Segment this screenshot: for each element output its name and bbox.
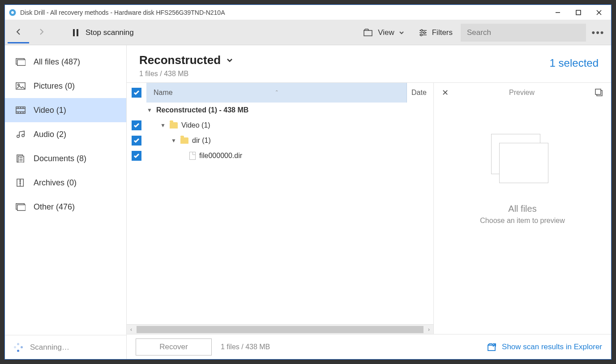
forward-button[interactable] xyxy=(31,22,52,43)
maximize-button[interactable] xyxy=(568,6,589,19)
column-date[interactable]: Date xyxy=(406,83,433,103)
tree-label: dir (1) xyxy=(192,137,211,145)
ellipsis-icon: ••• xyxy=(591,27,604,39)
file-icon xyxy=(189,152,196,160)
svg-point-1 xyxy=(11,11,14,14)
sidebar-item-archives[interactable]: Archives (0) xyxy=(5,171,126,195)
sidebar-item-label: Archives (0) xyxy=(34,178,77,188)
folder-icon xyxy=(180,137,188,144)
footer-summary: 1 files / 438 MB xyxy=(221,343,479,351)
picture-icon xyxy=(16,82,26,90)
app-icon xyxy=(9,9,17,17)
svg-point-29 xyxy=(22,134,25,137)
pause-icon xyxy=(72,28,79,37)
svg-point-14 xyxy=(420,34,422,36)
open-explorer-icon xyxy=(488,343,496,351)
column-name[interactable]: Name ⌃ xyxy=(146,89,406,97)
svg-point-10 xyxy=(421,30,423,31)
search-input[interactable] xyxy=(461,24,586,42)
svg-rect-3 xyxy=(576,10,581,15)
sidebar-item-audio[interactable]: Audio (2) xyxy=(5,122,126,146)
sidebar-item-documents[interactable]: Documents (8) xyxy=(5,146,126,171)
footer-bar: Recover 1 files / 438 MB Show scan resul… xyxy=(127,334,611,359)
tree-label: Reconstructed (1) - 438 MB xyxy=(156,106,248,114)
sidebar-item-video[interactable]: Video (1) xyxy=(5,98,126,122)
sort-asc-icon: ⌃ xyxy=(275,90,278,94)
archive-icon xyxy=(16,179,26,187)
scroll-thumb[interactable] xyxy=(137,326,424,333)
sidebar-item-label: Other (476) xyxy=(34,202,75,212)
minimize-button[interactable] xyxy=(548,6,568,19)
column-label: Name xyxy=(154,89,173,97)
audio-icon xyxy=(16,130,26,138)
horizontal-scrollbar[interactable]: ‹ › xyxy=(127,324,433,334)
popout-icon[interactable] xyxy=(595,89,603,97)
tree-label: file000000.dir xyxy=(199,152,242,160)
scroll-right-icon[interactable]: › xyxy=(424,326,433,333)
chevron-down-icon xyxy=(399,30,404,35)
sidebar-item-all[interactable]: All files (487) xyxy=(5,50,126,74)
row-checkbox[interactable] xyxy=(132,136,141,146)
column-header-row: Name ⌃ Date xyxy=(127,83,433,103)
chevron-down-icon xyxy=(226,57,233,64)
tree-folder-row[interactable]: ▼ Video (1) xyxy=(127,118,433,133)
scroll-left-icon[interactable]: ‹ xyxy=(127,326,136,333)
sidebar-item-label: Documents (8) xyxy=(34,154,86,163)
preview-placeholder-icon xyxy=(491,134,554,188)
document-icon xyxy=(16,154,26,163)
video-icon xyxy=(16,106,26,114)
sidebar: All files (487) Pictures (0) Video (1) A… xyxy=(5,45,127,359)
svg-point-12 xyxy=(424,32,425,34)
show-in-explorer-link[interactable]: Show scan results in Explorer xyxy=(488,343,602,351)
svg-rect-8 xyxy=(364,30,372,36)
scan-status: Scanning… xyxy=(5,335,126,359)
row-checkbox[interactable] xyxy=(132,120,141,130)
preview-close-button[interactable]: ✕ xyxy=(442,88,449,98)
selection-count[interactable]: 1 selected xyxy=(550,53,599,69)
svg-point-28 xyxy=(17,135,20,138)
sidebar-item-pictures[interactable]: Pictures (0) xyxy=(5,74,126,98)
preview-title: Preview xyxy=(509,89,535,97)
collapse-icon[interactable]: ▼ xyxy=(171,137,177,144)
stop-label: Stop scanning xyxy=(86,28,134,37)
other-icon xyxy=(16,203,26,211)
row-checkbox[interactable] xyxy=(132,151,141,161)
tree-label: Video (1) xyxy=(181,121,210,129)
file-tree: ▼ Reconstructed (1) - 438 MB ▼ Video (1) xyxy=(127,103,433,324)
back-button[interactable] xyxy=(8,22,29,43)
sidebar-item-label: Audio (2) xyxy=(34,130,66,139)
more-menu-button[interactable]: ••• xyxy=(588,27,608,39)
filters-button[interactable]: Filters xyxy=(412,22,459,43)
tree-folder-row[interactable]: ▼ dir (1) xyxy=(127,133,433,148)
sidebar-item-other[interactable]: Other (476) xyxy=(5,195,126,219)
tree-file-row[interactable]: file000000.dir xyxy=(127,148,433,163)
footer-link-label: Show scan results in Explorer xyxy=(502,343,602,351)
select-all-checkbox[interactable] xyxy=(132,88,141,98)
collapse-icon[interactable]: ▼ xyxy=(160,122,166,128)
sidebar-item-label: Pictures (0) xyxy=(34,81,75,91)
file-list: Name ⌃ Date ▼ Reconstructed (1) - 4 xyxy=(127,82,434,334)
main-panel: Reconstructed 1 files / 438 MB 1 selecte… xyxy=(127,45,611,359)
close-button[interactable] xyxy=(589,6,609,19)
view-label: View xyxy=(378,28,394,37)
view-title-dropdown[interactable]: Reconstructed xyxy=(139,53,550,67)
all-files-icon xyxy=(16,58,26,66)
stop-scanning-button[interactable]: Stop scanning xyxy=(65,22,141,43)
svg-rect-41 xyxy=(17,205,26,210)
folder-icon xyxy=(170,122,178,128)
svg-rect-16 xyxy=(17,60,26,65)
recover-button[interactable]: Recover xyxy=(136,338,212,355)
view-dropdown[interactable]: View xyxy=(357,22,411,43)
title-bar: Disk Drill - All recovery methods - Hard… xyxy=(5,5,611,20)
folder-open-icon xyxy=(364,29,373,37)
preview-pane: ✕ Preview All files Choose an item to pr… xyxy=(434,82,611,334)
status-text: Scanning… xyxy=(30,343,69,352)
toolbar: Stop scanning View Filters ••• xyxy=(5,20,611,45)
collapse-icon[interactable]: ▼ xyxy=(146,107,153,113)
svg-rect-6 xyxy=(73,29,75,36)
window-title: Disk Drill - All recovery methods - Hard… xyxy=(20,9,225,16)
filters-label: Filters xyxy=(432,28,453,37)
svg-rect-43 xyxy=(595,89,601,94)
svg-rect-44 xyxy=(488,345,495,351)
tree-group-row[interactable]: ▼ Reconstructed (1) - 438 MB xyxy=(127,103,433,118)
